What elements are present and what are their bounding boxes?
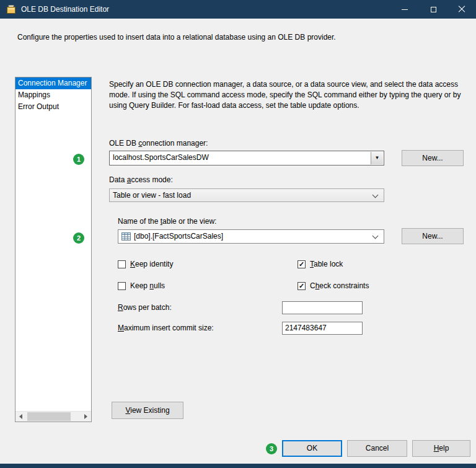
keep-identity-checkbox-box — [118, 260, 126, 268]
label-text: elp — [439, 444, 449, 453]
label-text: eep identity — [135, 260, 173, 268]
cancel-button[interactable]: Cancel — [347, 440, 407, 457]
label-text: C — [310, 281, 315, 290]
scroll-right-button[interactable] — [81, 412, 91, 422]
scroll-left-button[interactable] — [15, 412, 26, 422]
maximize-button[interactable] — [419, 0, 447, 19]
scroll-left-icon — [19, 414, 22, 419]
label-text: K — [130, 260, 135, 268]
label-text: onnection manager: — [142, 139, 208, 148]
check-constraints-label: Check constraints — [310, 281, 369, 291]
max-insert-commit-size-label: Maximum insert commit size: — [118, 324, 214, 332]
table-name-label: Name of the table or the view: — [118, 217, 216, 226]
dropdown-arrow-icon: ▼ — [375, 156, 380, 161]
label-text: Name of the — [118, 217, 161, 226]
label-text: Keep — [130, 281, 149, 290]
label-text: able or the view: — [162, 217, 216, 226]
table-lock-checkbox-box: ✓ — [298, 260, 306, 268]
nav-item-connection-manager[interactable]: Connection Manager — [15, 77, 91, 89]
table-icon — [121, 232, 131, 241]
scrollbar-thumb[interactable] — [27, 412, 71, 421]
rows-per-batch-label: Rows per batch: — [118, 303, 172, 312]
chevron-down-icon — [372, 192, 379, 198]
rows-per-batch-input[interactable] — [282, 301, 363, 314]
connection-manager-label: OLE DB connection manager: — [109, 139, 208, 148]
new-table-button[interactable]: New... — [402, 228, 464, 244]
ole-db-destination-editor-dialog: OLE DB Destination Editor Configure the … — [0, 0, 476, 468]
app-icon — [6, 4, 16, 14]
label-text: iew Existing — [130, 406, 169, 415]
table-lock-label: Table lock — [310, 260, 343, 269]
ok-button[interactable]: OK — [282, 440, 342, 457]
nav-item-error-output[interactable]: Error Output — [15, 101, 91, 113]
new-connection-button[interactable]: New... — [402, 150, 464, 166]
connection-manager-combo[interactable]: localhost.SportsCarSalesDW ▼ — [109, 151, 384, 166]
data-access-mode-combo[interactable]: Table or view - fast load — [109, 188, 384, 202]
max-insert-commit-size-input[interactable]: 2147483647 — [282, 322, 363, 335]
connection-manager-value: localhost.SportsCarSalesDW — [113, 151, 209, 165]
title-bar: OLE DB Destination Editor — [0, 0, 476, 19]
page-intro-text: Specify an OLE DB connection manager, a … — [109, 79, 466, 111]
close-button[interactable] — [447, 0, 476, 19]
chevron-down-icon — [372, 233, 379, 239]
horizontal-scrollbar[interactable] — [15, 411, 91, 422]
view-existing-button[interactable]: View Existing — [112, 402, 183, 419]
label-text: ccess mode: — [131, 175, 172, 184]
dialog-description: Configure the properties used to insert … — [17, 32, 457, 42]
close-icon — [458, 6, 465, 13]
data-access-mode-value: Table or view - fast load — [113, 189, 191, 201]
check-constraints-checkbox-box: ✓ — [298, 282, 306, 290]
label-text: ows per batch: — [123, 303, 172, 312]
keep-identity-label: Keep identity — [130, 260, 173, 269]
label-text: OLE DB — [109, 139, 138, 148]
label-text: R — [118, 303, 123, 312]
nav-item-mappings[interactable]: Mappings — [15, 89, 91, 101]
step-3-badge: 3 — [266, 443, 277, 454]
table-name-combo[interactable]: [dbo].[FactSportsCarSales] — [118, 229, 384, 244]
step-2-badge: 2 — [73, 232, 84, 244]
minimize-icon — [402, 9, 408, 10]
keep-nulls-checkbox-box — [118, 282, 126, 290]
table-name-value: [dbo].[FactSportsCarSales] — [134, 230, 223, 243]
maximize-icon — [431, 7, 436, 12]
pages-listbox: Connection Manager Mappings Error Output — [15, 77, 92, 422]
help-button[interactable]: Help — [412, 440, 470, 457]
window-title: OLE DB Destination Editor — [21, 0, 109, 19]
data-access-mode-label: Data access mode: — [109, 175, 173, 184]
label-text: eck constraints — [319, 281, 369, 290]
connection-manager-dropdown-button[interactable]: ▼ — [371, 152, 383, 164]
label-text: able lock — [314, 260, 343, 268]
label-text: ulls — [154, 281, 165, 290]
scroll-right-icon — [84, 414, 87, 419]
step-1-badge: 1 — [73, 154, 84, 165]
label-text: Data — [109, 175, 127, 184]
keep-nulls-label: Keep nulls — [130, 281, 165, 291]
label-text: aximum insert commit size: — [124, 324, 214, 332]
window-border-bottom — [0, 464, 476, 468]
label-text: M — [118, 324, 124, 332]
minimize-button[interactable] — [390, 0, 419, 19]
